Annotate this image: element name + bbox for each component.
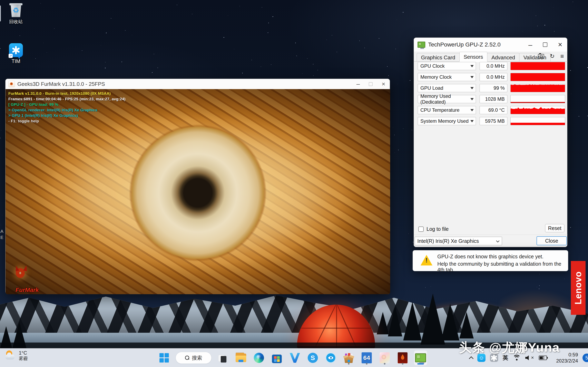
notification-badge[interactable]: 5 xyxy=(582,354,588,362)
sensor-value: 0.0 MHz xyxy=(480,62,507,70)
shortcut-arrow-icon: ↗ xyxy=(9,54,13,58)
osd-line-0: FurMark v1.31.0.0 - Burn-in test, 1920x1… xyxy=(8,91,126,96)
furmark-render-viewport: FurMark v1.31.0.0 - Burn-in test, 1920x1… xyxy=(6,89,390,294)
dropdown-arrow-icon xyxy=(470,65,474,67)
device-dropdown[interactable]: Intel(R) Iris(R) Xe Graphics xyxy=(415,237,502,245)
sensor-value: 0.0 MHz xyxy=(480,73,507,81)
sensor-label-dropdown[interactable]: GPU Clock xyxy=(418,62,476,70)
lenovo-banner: Lenovo xyxy=(571,261,586,315)
desktop-icon-tim[interactable]: ↗ TIM xyxy=(4,43,28,64)
star xyxy=(111,18,111,18)
search-icon xyxy=(185,356,190,360)
taskbar-item-gpuz-app[interactable] xyxy=(414,350,427,365)
watermark-text: 头条 @尤娜Yuna xyxy=(459,339,560,356)
tab-sensors[interactable]: Sensors xyxy=(459,52,487,62)
star xyxy=(570,227,571,228)
gpuz-window-title: TechPowerUp GPU-Z 2.52.0 xyxy=(428,42,501,48)
tray-overflow-chevron-icon[interactable] xyxy=(469,356,474,361)
menu-icon[interactable]: ≡ xyxy=(560,53,564,59)
star xyxy=(20,35,20,36)
furmark-logo: FurMark xyxy=(9,268,45,293)
weather-widget[interactable]: 1°C 雾霾 xyxy=(5,350,28,361)
sensor-label-dropdown[interactable]: System Memory Used xyxy=(418,117,476,125)
active-indicator xyxy=(417,363,424,365)
furmark-window-title: Geeks3D FurMark v1.31.0.0 - 25FPS xyxy=(17,81,105,87)
star xyxy=(216,69,216,69)
partial-icon-label-a: A xyxy=(0,229,3,234)
osd-line-5: - F1: toggle help xyxy=(8,118,126,124)
edge-browser-icon xyxy=(254,353,264,363)
running-indicator xyxy=(384,363,385,365)
furmark-osd-text: FurMark v1.31.0.0 - Burn-in test, 1920x1… xyxy=(8,91,126,124)
taskbar-item-file-explorer[interactable] xyxy=(234,350,247,365)
close-button[interactable]: Close xyxy=(536,236,567,245)
star xyxy=(570,70,571,71)
star xyxy=(396,49,396,49)
star xyxy=(313,75,314,76)
desktop-icon-recycle-bin[interactable]: ♻ 回收站 xyxy=(4,3,28,25)
warning-icon xyxy=(421,255,432,266)
partial-icon-label-e: E xyxy=(0,235,3,240)
sensor-row-gpu-clock: GPU Clock0.0 MHz xyxy=(418,62,565,70)
reset-button[interactable]: Reset xyxy=(545,224,564,232)
taskbar-item-v-app[interactable] xyxy=(288,350,301,365)
offscreen-window-sliver xyxy=(0,6,1,21)
furmark-logo-text: FurMark xyxy=(9,287,45,293)
star xyxy=(178,3,179,3)
taskbar-item-package-app[interactable] xyxy=(342,350,355,365)
sensor-label-dropdown[interactable]: CPU Temperature xyxy=(418,106,476,114)
taskbar-item-cpuz-64[interactable]: 64 xyxy=(360,350,373,365)
tab-advanced[interactable]: Advanced xyxy=(487,53,519,62)
device-dropdown-value: Intel(R) Iris(R) Xe Graphics xyxy=(417,238,479,244)
battery-icon[interactable] xyxy=(539,356,547,360)
star xyxy=(251,60,252,60)
dropdown-arrow-icon xyxy=(470,87,474,89)
gpuz-minimize-button[interactable]: – xyxy=(528,41,532,49)
tim-icon: ↗ xyxy=(9,43,23,57)
furmark-titlebar[interactable]: Geeks3D FurMark v1.31.0.0 - 25FPS – × xyxy=(6,79,390,89)
sensor-label-dropdown[interactable]: Memory Clock xyxy=(418,73,476,81)
log-to-file-checkbox[interactable] xyxy=(418,226,424,232)
star xyxy=(211,10,211,10)
taskbar-item-anime-app[interactable] xyxy=(378,350,391,365)
star xyxy=(242,73,243,73)
screenshot-camera-icon[interactable] xyxy=(538,54,544,58)
sensor-graph xyxy=(510,73,565,81)
star xyxy=(573,2,573,2)
star xyxy=(587,67,588,68)
refresh-icon[interactable]: ↻ xyxy=(550,53,554,59)
sensor-row-gpu-load: GPU Load99 % xyxy=(418,84,565,92)
star xyxy=(154,54,154,54)
taskbar-item-microsoft-store[interactable] xyxy=(270,350,283,365)
star xyxy=(105,62,105,62)
gpuz-maximize-button[interactable] xyxy=(543,42,547,47)
gpuz-titlebar[interactable]: TechPowerUp GPU-Z 2.52.0 – × xyxy=(414,38,567,52)
furmark-close-button[interactable]: × xyxy=(381,81,385,87)
sensor-graph xyxy=(510,106,565,114)
sensor-graph xyxy=(510,117,565,125)
search-box[interactable]: 搜索 xyxy=(176,352,212,364)
gpuz-close-button[interactable]: × xyxy=(558,40,562,49)
sensor-label-dropdown[interactable]: Memory Used (Dedicated) xyxy=(418,95,476,103)
tab-graphics-card[interactable]: Graphics Card xyxy=(417,53,459,62)
s-app-icon: S xyxy=(308,353,318,363)
weather-icon xyxy=(5,350,16,361)
sensor-value: 5975 MB xyxy=(480,117,507,125)
star xyxy=(35,58,36,59)
furmark-minimize-button[interactable]: – xyxy=(356,81,360,87)
sensor-graph xyxy=(510,95,565,103)
sensor-label-text: GPU Load xyxy=(420,85,443,91)
star xyxy=(394,135,395,135)
taskbar-item-edge-browser[interactable] xyxy=(252,350,265,365)
taskbar-item-furmark-app[interactable] xyxy=(396,350,409,365)
furmark-maximize-button[interactable] xyxy=(369,82,373,86)
taskbar-item-eye-app[interactable] xyxy=(324,350,337,365)
gpuz-warning-panel: GPU-Z does not know this graphics device… xyxy=(413,250,568,271)
taskbar-item-s-app[interactable]: S xyxy=(306,350,319,365)
taskbar-item-task-view[interactable] xyxy=(216,350,229,365)
start-button[interactable] xyxy=(158,350,171,365)
star xyxy=(587,116,588,116)
sensor-label-dropdown[interactable]: GPU Load xyxy=(418,84,476,92)
star xyxy=(296,56,297,56)
sensor-row-memory-used-dedicated-: Memory Used (Dedicated)1028 MB xyxy=(418,95,565,103)
